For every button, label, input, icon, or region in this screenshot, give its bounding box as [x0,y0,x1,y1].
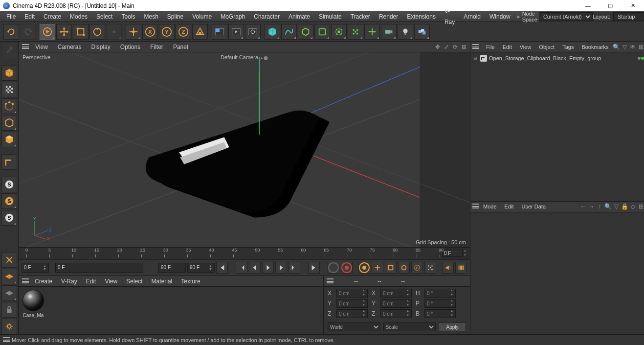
vp-view[interactable]: View [30,44,53,50]
attr-max-icon[interactable]: ⊞ [637,203,644,210]
menu-create[interactable]: Create [39,11,66,22]
viewport-3d[interactable]: Perspective Default Camera ▲⬤ Grid Spaci… [19,52,470,247]
menu-edit[interactable]: Edit [20,11,39,22]
vp-layout-icon[interactable]: ⊞ [460,43,468,51]
menu-file[interactable]: File [2,11,20,22]
key-rot-button[interactable] [398,262,410,274]
coord-field[interactable]: 0 cm▲▼ [380,299,412,308]
menu-tools[interactable]: Tools [117,11,139,22]
key-pos-button[interactable] [372,262,383,274]
isoline-button[interactable] [1,285,17,301]
mat-hamburger-icon[interactable] [21,278,30,285]
obj-hamburger-icon[interactable] [472,44,482,50]
texture-mode-button[interactable] [1,82,17,97]
coord-field[interactable]: 0 cm▲▼ [380,289,412,298]
scale-tool[interactable] [73,24,89,40]
coord-field[interactable]: 0 °▲▼ [424,309,456,318]
range-end-field[interactable]: 90 F [158,263,186,273]
menu-arnold[interactable]: Arnold [459,11,485,22]
hamburger-icon[interactable] [21,44,30,50]
attr-lock-icon[interactable]: 🔒 [621,203,628,210]
object-row[interactable]: ⊞ Open_Storage_Clipboard_Black_Empty_gro… [472,54,644,62]
coord-mode1-dropdown[interactable]: World [328,322,380,331]
attr-mode[interactable]: Mode [479,204,501,209]
menu-mograph[interactable]: MoGraph [216,11,249,22]
record-off-button[interactable] [328,262,339,274]
coord-mode2-dropdown[interactable]: Scale [383,322,436,331]
render-view-button[interactable] [212,24,227,40]
obj-tags[interactable]: Tags [558,44,577,50]
maximize-button[interactable]: ▢ [599,0,622,11]
z-axis-toggle[interactable]: Z [176,24,191,40]
prev-key-button[interactable] [236,262,247,274]
key-scale-button[interactable] [385,262,397,274]
vp-zoom-icon[interactable]: ⤢ [443,43,450,51]
obj-edit[interactable]: Edit [499,44,516,50]
lock-button[interactable] [1,302,17,318]
edge-mode-button[interactable] [1,115,17,131]
goto-start-button[interactable] [216,262,228,274]
layout-dropdown[interactable]: Startup [613,12,644,21]
obj-bookmarks[interactable]: Bookmarks [577,44,612,50]
range-start2-field[interactable]: 0 F [55,263,143,273]
next-frame-button[interactable] [275,262,287,274]
menu-window[interactable]: Window [485,11,515,22]
goto-end-button[interactable] [308,262,320,274]
obj-eye-icon[interactable]: 👁 [629,43,637,51]
live-select-tool[interactable] [40,24,55,40]
vp-filter[interactable]: Filter [145,44,168,50]
obj-search-icon[interactable]: 🔍 [612,43,620,51]
move-tool[interactable] [56,24,72,40]
material-swatch[interactable]: Case_Ma [22,290,45,318]
menu-spline[interactable]: Spline [163,11,188,22]
apply-button[interactable]: Apply [439,322,466,331]
viewport-solo-button[interactable]: S [1,177,17,192]
undo-button[interactable] [3,24,19,40]
play-button[interactable] [262,262,274,274]
add-light-button[interactable] [398,24,413,40]
mat-create[interactable]: Create [30,278,57,285]
model-mode-button[interactable] [1,65,17,81]
coord-field[interactable]: 0 cm▲▼ [336,299,368,308]
locked-axis-tool[interactable] [126,24,141,40]
obj-file[interactable]: File [482,44,499,50]
range-end2-field[interactable]: 90 F▲▼ [187,263,215,273]
x-axis-toggle[interactable]: X [142,24,158,40]
enable-axis-button[interactable] [1,154,17,170]
coord-field[interactable]: 0 cm▲▼ [336,289,368,298]
redo-button[interactable] [20,24,36,40]
attr-back-icon[interactable]: ← [579,203,587,210]
coord-hamburger-icon[interactable] [327,278,334,285]
add-field-button[interactable] [331,24,347,40]
coord-field[interactable]: 0 °▲▼ [424,289,456,298]
add-mograph-button[interactable] [348,24,363,40]
mat-texture[interactable]: Texture [177,278,204,285]
symmetry-x-button[interactable] [1,252,17,268]
sound-button[interactable] [442,262,454,274]
coord-field[interactable]: 0 cm▲▼ [380,309,412,318]
autokey-button[interactable] [358,262,370,274]
vp-panel[interactable]: Panel [168,44,193,50]
mat-edit[interactable]: Edit [82,278,101,285]
make-editable-button[interactable] [1,43,17,58]
prev-frame-button[interactable] [249,262,261,274]
menu-render[interactable]: Render [375,11,402,22]
add-camera-button[interactable] [381,24,397,40]
attr-hamburger-icon[interactable] [472,203,479,210]
coord-field[interactable]: 0 °▲▼ [424,299,456,308]
status-hamburger-icon[interactable] [3,337,12,343]
menu-extensions[interactable]: Extensions [402,11,440,22]
mat-vray[interactable]: V-Ray [57,278,82,285]
menu-volume[interactable]: Volume [188,11,216,22]
obj-object[interactable]: Object [535,44,558,50]
render-settings-button[interactable] [245,24,261,40]
menu-character[interactable]: Character [249,11,284,22]
minimize-button[interactable]: — [577,0,599,11]
recent-tool[interactable] [106,24,122,40]
point-mode-button[interactable] [1,98,17,114]
coord-system-toggle[interactable] [192,24,208,40]
coord-field[interactable]: 0 cm▲▼ [336,309,368,318]
vp-options[interactable]: Options [115,44,145,50]
add-spline-button[interactable] [281,24,297,40]
attr-filter-icon[interactable]: ▽ [612,203,620,210]
